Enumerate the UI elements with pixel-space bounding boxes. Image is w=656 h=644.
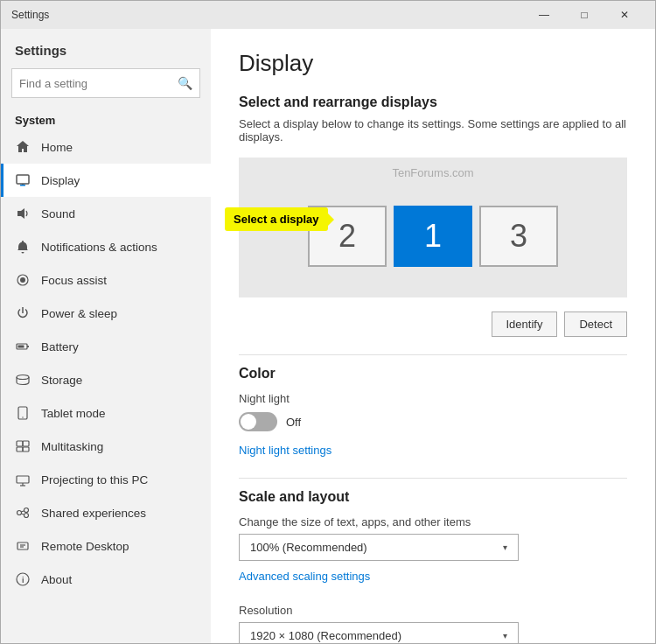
sidebar-label-power: Power & sleep [41,307,117,320]
sidebar-item-focus[interactable]: Focus assist [1,263,211,297]
svg-rect-1 [20,185,25,186]
search-icon: 🔍 [178,76,192,90]
svg-line-23 [21,514,24,514]
tablet-icon [15,405,31,421]
sidebar-item-storage[interactable]: Storage [1,363,211,396]
sidebar-item-home[interactable]: Home [1,130,211,164]
sidebar-item-remote[interactable]: Remote Desktop [1,529,211,563]
divider-2 [239,478,627,479]
resolution-dropdown[interactable]: 1920 × 1080 (Recommended) ▾ [239,622,519,643]
svg-rect-24 [17,542,28,550]
window-controls: — □ ✕ [524,1,645,29]
resolution-label: Resolution [239,604,627,617]
window-title: Settings [11,9,49,21]
sound-icon [15,206,31,221]
sidebar-label-shared: Shared experiences [41,507,146,520]
home-icon [15,139,31,155]
sidebar-item-projecting[interactable]: Projecting to this PC [1,463,211,496]
scale-chevron-icon: ▾ [503,542,507,552]
focus-icon [15,272,31,288]
divider-1 [239,354,627,355]
displays-row: 2 1 3 [308,206,558,267]
resolution-dropdown-value: 1920 × 1080 (Recommended) [250,629,401,642]
maximize-button[interactable]: □ [564,1,604,29]
sidebar-label-battery: Battery [41,340,79,354]
scale-dropdown[interactable]: 100% (Recommended) ▾ [239,534,519,561]
toggle-knob [241,414,256,430]
svg-rect-0 [17,175,29,184]
search-input[interactable] [19,77,178,90]
watermark-text: TenForums.com [392,166,473,179]
content-area: Display Select and rearrange displays Se… [211,29,655,643]
night-light-toggle[interactable] [239,412,277,431]
sidebar-item-power[interactable]: Power & sleep [1,297,211,330]
svg-rect-7 [27,346,29,347]
sidebar-item-shared[interactable]: Shared experiences [1,496,211,529]
night-light-toggle-row: Off [239,412,627,431]
sidebar-label-notifications: Notifications & actions [41,241,157,254]
svg-line-22 [21,511,24,512]
color-section-title: Color [239,366,627,382]
minimize-button[interactable]: — [524,1,564,29]
close-button[interactable]: ✕ [604,1,645,29]
display-3[interactable]: 3 [479,206,558,267]
svg-rect-12 [17,441,23,446]
svg-point-19 [17,511,22,515]
svg-point-11 [22,416,23,417]
identify-button[interactable]: Identify [492,312,558,337]
sidebar-label-tablet: Tablet mode [41,407,106,420]
sidebar-item-about[interactable]: iAbout [1,563,211,596]
display-1[interactable]: 1 [394,206,472,267]
scale-dropdown-value: 100% (Recommended) [250,541,367,554]
sidebar-label-storage: Storage [41,374,82,387]
sidebar-item-tablet[interactable]: Tablet mode [1,396,211,430]
svg-marker-3 [17,208,24,219]
svg-rect-13 [23,441,29,446]
search-box[interactable]: 🔍 [11,68,200,98]
svg-point-20 [24,508,29,513]
sidebar-title: Settings [1,29,211,65]
sidebar-item-display[interactable]: Display [1,164,211,197]
battery-icon [15,339,31,354]
night-light-label: Night light [239,392,627,405]
svg-point-4 [20,277,25,283]
display-buttons: Identify Detect [239,312,627,337]
advanced-scaling-link[interactable]: Advanced scaling settings [239,570,370,583]
sidebar-item-battery[interactable]: Battery [1,330,211,363]
sidebar-item-multitasking[interactable]: Multitasking [1,430,211,463]
sidebar-label-about: About [41,573,72,586]
sidebar-item-notifications[interactable]: Notifications & actions [1,230,211,263]
callout-tooltip: Select a display [225,207,328,231]
projecting-icon [15,472,31,487]
sidebar-label-projecting: Projecting to this PC [41,473,148,486]
select-displays-title: Select and rearrange displays [239,94,627,110]
storage-icon [15,372,31,388]
resolution-chevron-icon: ▾ [503,631,507,640]
display-icon [15,172,31,188]
detect-button[interactable]: Detect [564,312,627,337]
titlebar: Settings — □ ✕ [1,1,655,29]
svg-point-21 [24,514,29,518]
multitasking-icon [15,438,31,454]
system-section-label: System [1,108,211,130]
sidebar-item-sound[interactable]: Sound [1,197,211,230]
svg-text:i: i [22,576,24,584]
power-icon [15,305,31,321]
remote-icon [15,538,31,554]
sidebar-label-sound: Sound [41,207,75,220]
svg-rect-8 [18,346,24,348]
nav-list: HomeDisplaySoundNotifications & actionsF… [1,130,211,596]
shared-icon [15,505,31,521]
sidebar-label-multitasking: Multitasking [41,440,103,453]
sidebar-label-remote: Remote Desktop [41,540,129,553]
sidebar-label-focus: Focus assist [41,274,107,287]
svg-rect-14 [17,447,23,452]
settings-window: Settings — □ ✕ Settings 🔍 System HomeDis… [0,0,656,644]
scale-label: Change the size of text, apps, and other… [239,515,627,528]
night-light-state: Off [286,416,301,429]
svg-rect-15 [23,447,29,452]
sidebar-label-home: Home [41,141,73,154]
night-light-settings-link[interactable]: Night light settings [239,444,331,457]
notifications-icon [15,239,31,255]
sidebar: Settings 🔍 System HomeDisplaySoundNotifi… [1,29,211,643]
